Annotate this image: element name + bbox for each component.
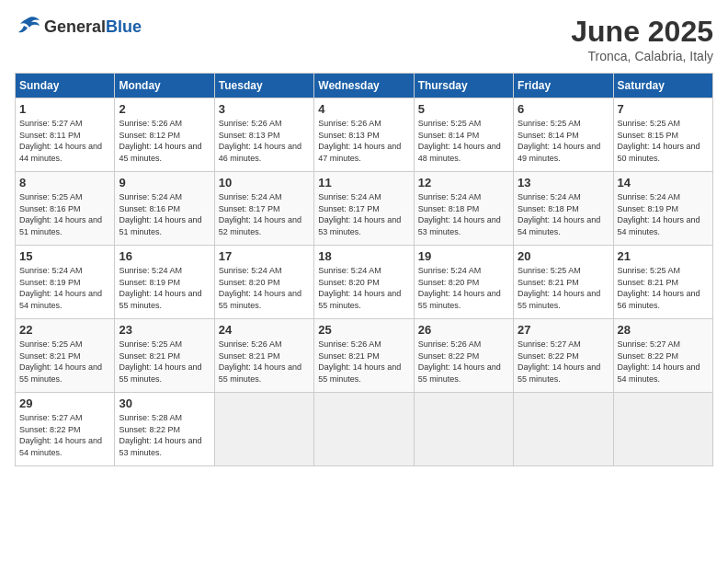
sunset-label: Sunset: 8:19 PM [19, 278, 81, 287]
calendar-week-row: 8 Sunrise: 5:25 AM Sunset: 8:16 PM Dayli… [16, 172, 713, 246]
sunrise-label: Sunrise: 5:24 AM [219, 192, 282, 201]
sunrise-label: Sunrise: 5:26 AM [219, 339, 282, 349]
cell-info: Sunrise: 5:24 AM Sunset: 8:19 PM Dayligh… [119, 265, 210, 311]
sunset-label: Sunset: 8:22 PM [518, 351, 579, 361]
sunset-label: Sunset: 8:21 PM [119, 351, 180, 361]
day-number: 24 [219, 323, 310, 337]
cell-info: Sunrise: 5:26 AM Sunset: 8:21 PM Dayligh… [318, 339, 409, 385]
cell-info: Sunrise: 5:27 AM Sunset: 8:22 PM Dayligh… [19, 412, 110, 458]
sunrise-label: Sunrise: 5:28 AM [119, 413, 182, 422]
sunset-label: Sunset: 8:21 PM [318, 351, 380, 361]
table-row: 7 Sunrise: 5:25 AM Sunset: 8:15 PM Dayli… [613, 98, 712, 172]
cell-info: Sunrise: 5:24 AM Sunset: 8:18 PM Dayligh… [518, 191, 609, 237]
table-row [613, 393, 712, 466]
daylight-label: Daylight: 14 hours and 49 minutes. [518, 142, 600, 163]
day-number: 5 [418, 102, 509, 116]
daylight-label: Daylight: 14 hours and 54 minutes. [618, 362, 700, 384]
sunrise-label: Sunrise: 5:24 AM [318, 266, 381, 275]
cell-info: Sunrise: 5:25 AM Sunset: 8:21 PM Dayligh… [19, 339, 110, 385]
logo-general: General [44, 17, 106, 36]
cell-info: Sunrise: 5:24 AM Sunset: 8:20 PM Dayligh… [418, 265, 509, 311]
daylight-label: Daylight: 14 hours and 47 minutes. [318, 142, 401, 163]
table-row: 4 Sunrise: 5:26 AM Sunset: 8:13 PM Dayli… [314, 98, 414, 172]
table-row [514, 393, 613, 466]
sunset-label: Sunset: 8:19 PM [119, 278, 180, 287]
col-sunday: Sunday [16, 74, 115, 98]
sunrise-label: Sunrise: 5:27 AM [618, 339, 681, 349]
cell-info: Sunrise: 5:24 AM Sunset: 8:17 PM Dayligh… [318, 191, 409, 237]
col-friday: Friday [514, 74, 613, 98]
table-row: 19 Sunrise: 5:24 AM Sunset: 8:20 PM Dayl… [414, 246, 513, 319]
table-row: 9 Sunrise: 5:24 AM Sunset: 8:16 PM Dayli… [115, 172, 214, 246]
sunrise-label: Sunrise: 5:24 AM [418, 192, 482, 201]
sunset-label: Sunset: 8:17 PM [219, 204, 280, 213]
table-row: 18 Sunrise: 5:24 AM Sunset: 8:20 PM Dayl… [314, 246, 414, 319]
sunset-label: Sunset: 8:18 PM [518, 204, 579, 213]
table-row [414, 393, 513, 466]
daylight-label: Daylight: 14 hours and 55 minutes. [119, 362, 201, 384]
daylight-label: Daylight: 14 hours and 55 minutes. [318, 362, 401, 384]
sunset-label: Sunset: 8:12 PM [119, 131, 180, 140]
daylight-label: Daylight: 14 hours and 55 minutes. [418, 289, 501, 310]
day-number: 4 [318, 102, 409, 116]
sunset-label: Sunset: 8:16 PM [19, 204, 81, 213]
sunrise-label: Sunrise: 5:25 AM [518, 266, 581, 275]
day-number: 20 [518, 249, 609, 263]
sunrise-label: Sunrise: 5:26 AM [318, 119, 381, 128]
col-tuesday: Tuesday [214, 74, 313, 98]
location-title: Tronca, Calabria, Italy [571, 49, 713, 63]
day-number: 27 [518, 323, 609, 337]
day-number: 28 [618, 323, 709, 337]
sunset-label: Sunset: 8:22 PM [618, 351, 679, 361]
day-number: 15 [19, 249, 110, 263]
col-thursday: Thursday [414, 74, 513, 98]
cell-info: Sunrise: 5:28 AM Sunset: 8:22 PM Dayligh… [119, 412, 210, 458]
daylight-label: Daylight: 14 hours and 51 minutes. [119, 215, 201, 236]
cell-info: Sunrise: 5:25 AM Sunset: 8:21 PM Dayligh… [618, 265, 709, 311]
table-row: 21 Sunrise: 5:25 AM Sunset: 8:21 PM Dayl… [613, 246, 712, 319]
daylight-label: Daylight: 14 hours and 52 minutes. [219, 215, 301, 236]
daylight-label: Daylight: 14 hours and 53 minutes. [119, 436, 201, 457]
daylight-label: Daylight: 14 hours and 55 minutes. [518, 362, 600, 384]
daylight-label: Daylight: 14 hours and 46 minutes. [219, 142, 301, 163]
day-number: 21 [618, 249, 709, 263]
day-number: 29 [19, 396, 110, 410]
cell-info: Sunrise: 5:27 AM Sunset: 8:22 PM Dayligh… [618, 339, 709, 385]
cell-info: Sunrise: 5:24 AM Sunset: 8:18 PM Dayligh… [418, 191, 509, 237]
cell-info: Sunrise: 5:26 AM Sunset: 8:21 PM Dayligh… [219, 339, 310, 385]
logo-text: GeneralBlue [44, 17, 142, 37]
daylight-label: Daylight: 14 hours and 55 minutes. [219, 362, 301, 384]
sunrise-label: Sunrise: 5:25 AM [418, 119, 482, 128]
day-number: 9 [119, 176, 210, 190]
day-number: 14 [618, 176, 709, 190]
day-number: 19 [418, 249, 509, 263]
daylight-label: Daylight: 14 hours and 48 minutes. [418, 142, 501, 163]
daylight-label: Daylight: 14 hours and 51 minutes. [19, 215, 102, 236]
daylight-label: Daylight: 14 hours and 45 minutes. [119, 142, 201, 163]
day-number: 2 [119, 102, 210, 116]
daylight-label: Daylight: 14 hours and 55 minutes. [119, 289, 201, 310]
logo-blue: Blue [106, 17, 142, 36]
table-row: 12 Sunrise: 5:24 AM Sunset: 8:18 PM Dayl… [414, 172, 513, 246]
table-row: 11 Sunrise: 5:24 AM Sunset: 8:17 PM Dayl… [314, 172, 414, 246]
day-number: 25 [318, 323, 409, 337]
day-number: 18 [318, 249, 409, 263]
logo: GeneralBlue [15, 15, 142, 39]
sunrise-label: Sunrise: 5:26 AM [219, 119, 282, 128]
table-row: 15 Sunrise: 5:24 AM Sunset: 8:19 PM Dayl… [16, 246, 115, 319]
table-row [214, 393, 313, 466]
daylight-label: Daylight: 14 hours and 55 minutes. [19, 362, 102, 384]
sunset-label: Sunset: 8:20 PM [219, 278, 280, 287]
table-row: 24 Sunrise: 5:26 AM Sunset: 8:21 PM Dayl… [214, 319, 313, 393]
daylight-label: Daylight: 14 hours and 44 minutes. [19, 142, 102, 163]
col-monday: Monday [115, 74, 214, 98]
sunset-label: Sunset: 8:17 PM [318, 204, 380, 213]
sunset-label: Sunset: 8:13 PM [318, 131, 380, 140]
sunset-label: Sunset: 8:14 PM [418, 131, 480, 140]
day-number: 13 [518, 176, 609, 190]
sunset-label: Sunset: 8:20 PM [418, 278, 480, 287]
daylight-label: Daylight: 14 hours and 54 minutes. [518, 215, 600, 236]
cell-info: Sunrise: 5:25 AM Sunset: 8:14 PM Dayligh… [418, 118, 509, 164]
sunset-label: Sunset: 8:11 PM [19, 131, 81, 140]
table-row: 17 Sunrise: 5:24 AM Sunset: 8:20 PM Dayl… [214, 246, 313, 319]
